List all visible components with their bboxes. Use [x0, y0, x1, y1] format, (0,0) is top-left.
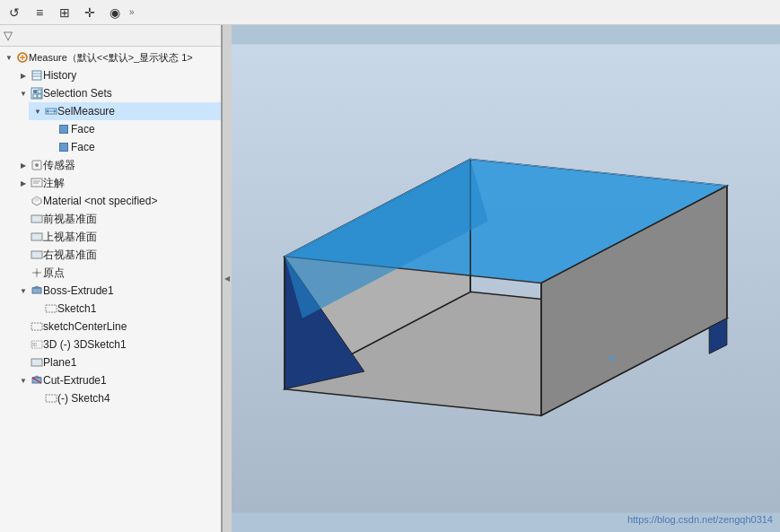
filter-bar: ▽: [0, 25, 221, 47]
svg-point-16: [35, 163, 39, 167]
centerline-label: sketchCenterLine: [43, 320, 127, 333]
sketch4-icon: [45, 392, 57, 405]
root-expand-icon: ▼: [4, 52, 14, 63]
front-plane-label: 前视基准面: [43, 212, 97, 227]
boss-label: Boss-Extrude1: [43, 284, 114, 297]
tree-item-face2[interactable]: ▶ Face: [43, 138, 221, 156]
sketch4-label: (-) Sketch4: [57, 392, 110, 405]
right-plane-label: 右视基准面: [43, 248, 97, 263]
measure-icon: [16, 51, 29, 64]
svg-marker-36: [32, 376, 41, 378]
material-icon: [31, 195, 43, 207]
tree-item-sensors[interactable]: ▶ 传感器: [14, 156, 221, 174]
grid-icon[interactable]: ⊞: [54, 2, 75, 23]
tree-item-sel-measure[interactable]: ▼ SelMeasure: [29, 102, 221, 120]
top-plane-label: 上视基准面: [43, 230, 97, 245]
tree-item-right-plane[interactable]: ▶ 右视基准面: [14, 246, 221, 264]
tree-area[interactable]: ▼ Measure（默认<<默认>_显示状态 1> ▶ History: [0, 47, 221, 532]
boss-icon: [31, 284, 43, 297]
history-label: History: [43, 69, 76, 82]
svg-marker-29: [32, 286, 41, 288]
sensor-icon: [31, 159, 43, 171]
svg-rect-38: [46, 395, 57, 402]
history-expand-icon: ▶: [18, 70, 29, 81]
tree-root[interactable]: ▼ Measure（默认<<默认>_显示状态 1>: [0, 48, 221, 66]
selmeasure-icon: [45, 105, 57, 118]
svg-marker-21: [32, 196, 41, 202]
tree-item-front-plane[interactable]: ▶ 前视基准面: [14, 210, 221, 228]
tree-item-selsets[interactable]: ▼ Selection Sets: [14, 84, 221, 102]
svg-rect-17: [31, 179, 42, 187]
tree-item-sketch1[interactable]: ▶ Sketch1: [29, 300, 221, 318]
rotate-icon[interactable]: ↺: [4, 2, 25, 23]
watermark: https://blog.csdn.net/zengqh0314: [627, 514, 773, 525]
top-plane-icon: [31, 231, 43, 243]
main-toolbar: ↺ ≡ ⊞ ✛ ◉ »: [0, 0, 780, 25]
svg-rect-28: [32, 288, 41, 293]
plane1-icon: [31, 356, 43, 369]
tree-item-3dsketch1[interactable]: ▶ 3D 3D (-) 3DSketch1: [14, 336, 221, 353]
tree-item-top-plane[interactable]: ▶ 上视基准面: [14, 228, 221, 246]
crosshair-icon[interactable]: ✛: [79, 2, 101, 23]
svg-rect-9: [33, 94, 37, 98]
selsets-expand-icon: ▼: [18, 88, 29, 99]
material-label: Material <not specified>: [43, 195, 157, 207]
selsets-label: Selection Sets: [43, 87, 112, 100]
more-button[interactable]: »: [129, 7, 135, 17]
tree-item-sketch4[interactable]: ▶ (-) Sketch4: [29, 389, 221, 407]
svg-rect-31: [31, 323, 42, 330]
tree-item-plane1[interactable]: ▶ Plane1: [14, 353, 221, 371]
face1-label: Face: [71, 123, 95, 135]
history-icon: [31, 69, 43, 82]
selmeasure-expand-icon: ▼: [32, 106, 43, 117]
panel-collapse-handle[interactable]: ◀: [223, 25, 232, 532]
sensors-expand-icon: ▶: [18, 160, 29, 170]
tree-item-face1[interactable]: ▶ Face: [43, 120, 221, 138]
svg-rect-34: [31, 359, 42, 366]
svg-rect-23: [31, 233, 42, 240]
tree-item-centerline[interactable]: ▶ sketchCenterLine: [14, 318, 221, 336]
svg-text:3D: 3D: [31, 342, 38, 347]
centerline-icon: [31, 320, 43, 333]
selmeasure-label: SelMeasure: [57, 105, 115, 118]
svg-point-27: [36, 272, 39, 275]
selsets-icon: [31, 87, 43, 100]
viewport[interactable]: https://blog.csdn.net/zengqh0314: [232, 25, 780, 532]
annotations-label: 注解: [43, 176, 65, 191]
list-icon[interactable]: ≡: [29, 2, 50, 23]
root-label: Measure（默认<<默认>_显示状态 1>: [29, 51, 193, 65]
svg-rect-8: [38, 90, 41, 93]
face1-icon: [59, 125, 68, 134]
tree-item-history[interactable]: ▶ History: [14, 66, 221, 84]
tree-item-material[interactable]: ▶ Material <not specified>: [14, 192, 221, 210]
3dsketch-icon: 3D: [31, 338, 43, 351]
right-plane-icon: [31, 249, 43, 261]
svg-rect-30: [46, 305, 57, 312]
face2-label: Face: [71, 141, 95, 153]
plane1-label: Plane1: [43, 356, 76, 369]
svg-rect-10: [38, 94, 41, 98]
svg-point-53: [609, 355, 615, 361]
sensors-label: 传感器: [43, 158, 75, 173]
3d-viewport-svg: [232, 25, 780, 532]
3dsketch-label: 3D (-) 3DSketch1: [43, 338, 127, 351]
tree-item-origin[interactable]: ▶ 原点: [14, 264, 221, 282]
cut-expand-icon: ▼: [18, 375, 29, 386]
left-panel: ▽ ▼ Measure（默认<<默认>_显示状态 1> ▶: [0, 25, 223, 532]
filter-icon[interactable]: ▽: [4, 29, 13, 42]
origin-label: 原点: [43, 266, 65, 281]
svg-rect-24: [31, 251, 42, 258]
tree-item-boss-extrude1[interactable]: ▼ Boss-Extrude1: [14, 282, 221, 300]
sketch1-label: Sketch1: [57, 302, 96, 315]
cut-icon: [31, 374, 43, 387]
cut-label: Cut-Extrude1: [43, 374, 107, 387]
tree-item-cut-extrude1[interactable]: ▼ Cut-Extrude1: [14, 371, 221, 389]
annotations-expand-icon: ▶: [18, 178, 29, 188]
annotation-icon: [31, 177, 43, 189]
main-area: ▽ ▼ Measure（默认<<默认>_显示状态 1> ▶: [0, 25, 780, 532]
origin-icon: [31, 266, 43, 279]
svg-rect-22: [31, 215, 42, 222]
tree-item-annotations[interactable]: ▶ 注解: [14, 174, 221, 192]
face2-icon: [59, 143, 68, 152]
globe-icon[interactable]: ◉: [104, 2, 126, 23]
